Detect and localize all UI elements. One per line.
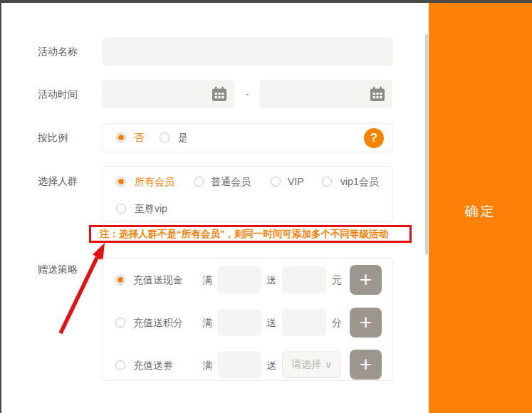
radio-yes-label[interactable]: 是: [178, 132, 188, 145]
date-range-separator: -: [239, 88, 255, 100]
window-left-edge: [0, 0, 1, 413]
radio-vip[interactable]: [271, 177, 281, 187]
confirm-panel: 确定: [429, 3, 532, 413]
coupon-select-placeholder: 请选择: [291, 358, 321, 371]
radio-supreme-vip-label[interactable]: 至尊vip: [135, 203, 167, 216]
points-amount-input[interactable]: [282, 309, 326, 336]
calendar-icon[interactable]: [212, 86, 227, 102]
window-top-edge: [0, 0, 532, 3]
points-threshold-input[interactable]: [217, 309, 261, 336]
activity-name-label: 活动名称: [38, 46, 78, 58]
chevron-down-icon: ∨: [325, 359, 332, 370]
coupon-select[interactable]: 请选择 ∨: [282, 351, 341, 378]
cash-amount-input[interactable]: [282, 266, 326, 293]
give-label: 送: [266, 360, 276, 372]
calendar-icon[interactable]: [370, 86, 385, 102]
radio-normal-members[interactable]: [194, 177, 204, 187]
radio-vip1-label[interactable]: vip1会员: [340, 176, 379, 189]
audience-label: 选择人群: [38, 175, 78, 188]
recharge-activity-dialog: 活动名称 活动时间 - 按比例 否: [0, 0, 532, 413]
scrollbar-thumb[interactable]: [425, 34, 428, 255]
unit-yuan: 元: [332, 274, 342, 287]
by-ratio-group: 否 是 ?: [102, 123, 393, 152]
strategy-label: 赠送策略: [38, 263, 78, 276]
activity-time-label: 活动时间: [38, 88, 78, 101]
audience-group: 所有会员 普通会员 VIP vip1会员 至尊vip: [102, 166, 393, 222]
radio-vip-label[interactable]: VIP: [288, 176, 304, 187]
give-label: 送: [266, 274, 276, 287]
add-cash-rule-button[interactable]: +: [350, 265, 382, 295]
give-label: 送: [266, 317, 276, 330]
activity-name-input[interactable]: [102, 37, 393, 66]
radio-recharge-points-label[interactable]: 充值送积分: [133, 317, 183, 330]
by-ratio-label: 按比例: [38, 132, 68, 145]
radio-recharge-coupon-label[interactable]: 充值送券: [133, 360, 173, 372]
add-points-rule-button[interactable]: +: [350, 308, 382, 338]
radio-no[interactable]: [116, 132, 126, 142]
radio-yes[interactable]: [160, 132, 169, 142]
cash-threshold-input[interactable]: [217, 266, 261, 293]
radio-no-label[interactable]: 否: [134, 132, 144, 145]
note-text: 注：选择人群不是“所有会员”，则同一时间可添加多个不同等级活动: [100, 228, 388, 241]
radio-vip1[interactable]: [322, 177, 332, 187]
help-icon[interactable]: ?: [364, 128, 384, 148]
radio-all-members[interactable]: [116, 177, 126, 187]
end-date-field[interactable]: [259, 80, 392, 108]
add-coupon-rule-button[interactable]: +: [350, 350, 382, 380]
radio-supreme-vip[interactable]: [116, 204, 126, 214]
radio-normal-members-label[interactable]: 普通会员: [211, 176, 251, 189]
threshold-prefix: 满: [202, 360, 212, 372]
radio-recharge-coupon[interactable]: [115, 360, 125, 370]
note-highlight-box: 注：选择人群不是“所有会员”，则同一时间可添加多个不同等级活动: [89, 225, 412, 243]
strategy-group: 充值送现金 满 送 元 + 充值送积分 满 送 分 + 充值送券 满 送 请选择…: [102, 258, 393, 381]
radio-recharge-cash[interactable]: [115, 275, 125, 285]
radio-all-members-label[interactable]: 所有会员: [135, 176, 174, 189]
coupon-threshold-input[interactable]: [217, 351, 261, 378]
radio-recharge-cash-label[interactable]: 充值送现金: [133, 274, 183, 287]
confirm-button[interactable]: 确定: [429, 202, 532, 221]
unit-points: 分: [332, 317, 342, 330]
threshold-prefix: 满: [202, 317, 212, 330]
start-date-field[interactable]: [102, 80, 234, 108]
threshold-prefix: 满: [202, 274, 212, 287]
radio-recharge-points[interactable]: [115, 318, 125, 328]
